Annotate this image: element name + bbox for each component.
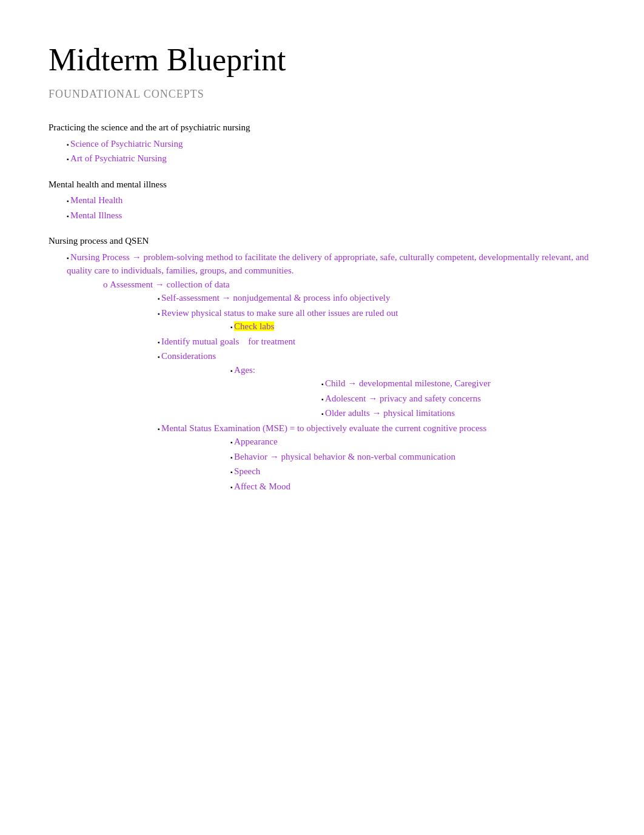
list-item: Behavior → physical behavior & non-verba… [230, 450, 595, 464]
list-item: Art of Psychiatric Nursing [67, 152, 595, 166]
list-item: Check labs [230, 320, 595, 334]
list-item: Child → developmental milestone, Caregiv… [321, 377, 595, 391]
list-item: Appearance [230, 435, 595, 449]
list-item: Review physical status to make sure all … [158, 306, 595, 334]
list-item: Adolescent → privacy and safety concerns [321, 392, 595, 406]
page-title: Midterm Blueprint [49, 36, 595, 84]
section-intro-practicing: Practicing the science and the art of ps… [49, 121, 595, 135]
list-item: Considerations Ages: Child → development… [158, 349, 595, 420]
highlighted-text: Check labs [234, 321, 274, 331]
list-item: Mental Health [67, 193, 595, 207]
section-intro-nursing: Nursing process and QSEN [49, 234, 595, 248]
list-item: Mental Illness [67, 209, 595, 223]
list-item: Nursing Process → problem-solving method… [67, 250, 595, 494]
list-item: Science of Psychiatric Nursing [67, 137, 595, 151]
list-item: Mental Status Examination (MSE) = to obj… [158, 421, 595, 494]
list-item: Assessment → collection of data Self-ass… [103, 278, 595, 494]
list-item: Affect & Mood [230, 480, 595, 494]
list-item: Older adults → physical limitations [321, 406, 595, 420]
list-item: Ages: Child → developmental milestone, C… [230, 363, 595, 420]
section-nursing-process: Nursing process and QSEN Nursing Process… [49, 234, 595, 493]
section-practicing: Practicing the science and the art of ps… [49, 121, 595, 166]
subtitle: FOUNDATIONAL CONCEPTS [49, 86, 595, 102]
list-item: Self-assessment → nonjudgemental & proce… [158, 291, 595, 305]
section-intro-mental: Mental health and mental illness [49, 178, 595, 192]
section-mental: Mental health and mental illness Mental … [49, 178, 595, 223]
list-item: Identify mutual goals for treatment [158, 335, 595, 349]
list-item: Speech [230, 464, 595, 478]
